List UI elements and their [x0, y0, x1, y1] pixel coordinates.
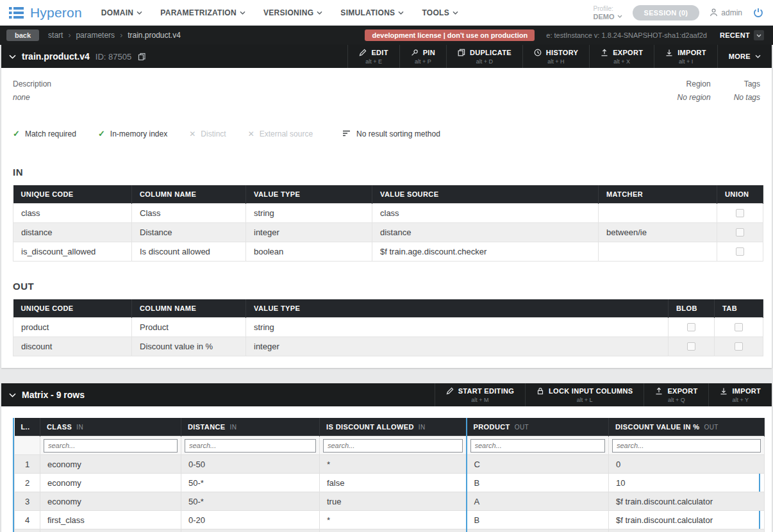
matrix-row: 1 economy 0-50 * C 0	[15, 455, 765, 474]
user-menu[interactable]: admin	[710, 8, 742, 17]
cell-union	[717, 242, 763, 262]
table-row: product Product string	[13, 318, 763, 337]
power-logout-icon[interactable]	[752, 7, 764, 19]
menu-label: PARAMETRIZATION	[160, 8, 237, 17]
history-button[interactable]: HISTORY alt + H	[522, 45, 589, 68]
column-header-discount-value: DISCOUNT VALUE IN %OUT	[609, 418, 765, 436]
search-input-class[interactable]	[44, 439, 178, 453]
in-tag: IN	[76, 424, 83, 431]
cell-tab	[715, 318, 763, 337]
cell-unique-code: product	[13, 318, 132, 337]
more-button[interactable]: MORE	[717, 45, 772, 68]
check-icon: ✓	[13, 129, 20, 138]
chevron-down-icon	[240, 11, 245, 15]
cell-value-type: integer	[246, 223, 372, 242]
flag-distinct: ✕ Distinct	[189, 129, 226, 138]
search-input-distance[interactable]	[185, 439, 316, 453]
lock-input-columns-button[interactable]: LOCK INPUT COLUMNS alt + L	[525, 383, 644, 406]
shortcut-hint: alt + X	[613, 58, 630, 65]
crumb-current[interactable]: train.product.v4	[128, 31, 181, 40]
cell-class: first_class	[40, 529, 181, 532]
import-button[interactable]: IMPORT alt + I	[654, 45, 717, 68]
matrix-export-label: EXPORT	[667, 387, 697, 395]
matrix-export-button[interactable]: EXPORT alt + Q	[644, 383, 708, 406]
brand-home-link[interactable]: Hyperon	[9, 5, 82, 21]
column-header: BLOB	[669, 299, 715, 318]
cell-discount-value: $f train.discount.calculator	[609, 492, 765, 511]
out-columns-table: UNIQUE CODE COLUMN NAME VALUE TYPE BLOB …	[13, 299, 763, 356]
parameter-details: Description none Region No region Tags N…	[1, 68, 772, 368]
flag-label: External source	[260, 129, 313, 138]
session-button[interactable]: SESSION (0)	[633, 5, 700, 21]
brand-name: Hyperon	[30, 5, 82, 21]
search-input-is-discount-allowed[interactable]	[323, 439, 463, 453]
parameter-actions: EDIT alt + E PIN alt + P DUPLICATE alt +…	[347, 45, 772, 68]
shortcut-hint: alt + Y	[732, 397, 749, 403]
search-input-product[interactable]	[470, 439, 606, 453]
cell-column-name: Distance	[132, 223, 246, 242]
import-icon	[665, 49, 673, 56]
description-block: Description none	[13, 79, 51, 102]
duplicate-button[interactable]: DUPLICATE alt + D	[446, 45, 522, 68]
matrix-row: 2 economy 50-* false B 10	[15, 474, 765, 492]
matrix-table-wrap: L.. CLASSIN DISTANCEIN IS DISCOUNT ALLOW…	[13, 418, 760, 532]
out-tag: OUT	[515, 424, 529, 431]
cell-unique-code: is_discount_allowed	[13, 242, 132, 262]
menu-versioning[interactable]: VERSIONING	[263, 8, 322, 17]
profile-menu[interactable]: Profile: DEMO	[594, 5, 622, 21]
menu-domain[interactable]: DOMAIN	[101, 8, 142, 17]
cell-value-type: string	[246, 318, 669, 337]
column-header-product: PRODUCTOUT	[467, 418, 609, 436]
import-label: IMPORT	[677, 49, 706, 56]
cell-discount-value: 0	[609, 455, 765, 474]
recent-label: RECENT	[720, 31, 750, 39]
cell-value-type: boolean	[246, 242, 372, 262]
cell-class: first_class	[40, 511, 181, 529]
duplicate-label: DUPLICATE	[470, 49, 511, 56]
cell-union	[717, 223, 763, 242]
cell-is-discount-allowed: true	[320, 492, 467, 511]
shortcut-hint: alt + H	[547, 58, 564, 65]
chevron-down-icon	[317, 11, 322, 15]
in-section-heading: IN	[13, 167, 760, 178]
region-label: Region	[677, 79, 711, 88]
copy-icon[interactable]	[138, 53, 146, 61]
export-button[interactable]: EXPORT alt + X	[589, 45, 654, 68]
collapse-caret-icon[interactable]	[9, 54, 16, 59]
menu-simulations[interactable]: SIMULATIONS	[340, 8, 404, 17]
collapse-caret-icon[interactable]	[9, 393, 16, 397]
more-label: MORE	[729, 53, 751, 60]
region-block: Region No region	[677, 79, 711, 102]
search-input-discount-value[interactable]	[612, 439, 761, 453]
duplicate-icon	[458, 49, 465, 56]
recent-dropdown[interactable]: RECENT	[720, 30, 764, 40]
pin-icon	[411, 49, 419, 56]
menu-parametrization[interactable]: PARAMETRIZATION	[160, 8, 245, 17]
crumb-parameters[interactable]: parameters	[76, 31, 115, 40]
check-icon: ✓	[98, 129, 105, 138]
search-cell	[467, 436, 609, 455]
matrix-import-button[interactable]: IMPORT alt + Y	[708, 383, 772, 406]
in-columns-table: UNIQUE CODE COLUMN NAME VALUE TYPE VALUE…	[13, 185, 763, 262]
out-tag: OUT	[704, 424, 718, 431]
cell-distance: 0-20	[181, 511, 320, 529]
crumb-start[interactable]: start	[48, 31, 63, 40]
cell-union	[717, 204, 763, 223]
cell-product: B	[467, 474, 609, 492]
flag-external-source: ✕ External source	[248, 129, 313, 138]
edit-button[interactable]: EDIT alt + E	[347, 45, 399, 68]
cell-is-discount-allowed: *	[320, 511, 467, 529]
menu-tools[interactable]: TOOLS	[422, 8, 458, 17]
column-header: UNION	[717, 185, 763, 204]
breadcrumb: start › parameters › train.product.v4	[48, 31, 181, 40]
back-button[interactable]: back	[6, 29, 39, 41]
cell-matcher	[599, 204, 717, 223]
start-editing-button[interactable]: START EDITING alt + M	[435, 383, 525, 406]
pencil-icon	[359, 49, 367, 56]
cell-product: A	[467, 529, 609, 532]
cell-class: economy	[40, 474, 181, 492]
region-value: No region	[677, 93, 711, 102]
column-header: UNIQUE CODE	[13, 299, 132, 318]
parameter-panel: train.product.v4 ID: 87505 EDIT alt + E …	[1, 45, 772, 368]
pin-button[interactable]: PIN alt + P	[399, 45, 446, 68]
